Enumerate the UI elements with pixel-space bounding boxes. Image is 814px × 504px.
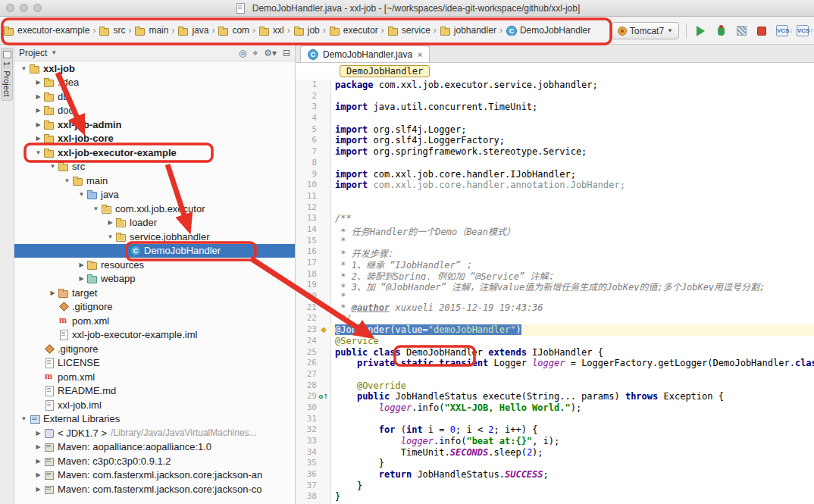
tree-item[interactable]: ▶Maven: aopalliance:aopalliance:1.0 <box>14 440 295 455</box>
code-line[interactable]: 5import org.slf4j.Logger; <box>296 124 814 136</box>
code-line[interactable]: 23◆@JobHander(value="demoJobHandler") <box>296 324 814 336</box>
code-line[interactable]: 2 <box>296 91 814 102</box>
breadcrumb-item[interactable]: main <box>134 25 168 36</box>
code-line[interactable]: 11 <box>296 191 814 202</box>
breadcrumb-item[interactable]: DemoJobHandler <box>506 25 590 36</box>
code-line[interactable]: 8 <box>296 158 814 169</box>
project-stripe-tab[interactable]: 1: Project <box>1 48 13 101</box>
code-line[interactable]: 9import com.xxl.job.core.handler.IJobHan… <box>296 169 814 180</box>
code-line[interactable]: 36 return JobHandleStatus.SUCCESS; <box>296 469 814 481</box>
tree-item[interactable]: ▶webapp <box>14 272 295 286</box>
tree-item[interactable]: ▼java <box>14 188 295 202</box>
code-line[interactable]: 38} <box>296 491 814 502</box>
chevron-right-icon[interactable]: ▶ <box>33 93 43 100</box>
code-line[interactable]: 21 * @author xuxueli 2015-12-19 19:43:36 <box>296 302 814 314</box>
chevron-right-icon[interactable]: ▶ <box>33 458 43 465</box>
code-editor[interactable]: 1package com.xxl.job.executor.service.jo… <box>296 80 814 504</box>
tree-item[interactable]: ▼com.xxl.job.executor <box>14 202 295 216</box>
tree-item[interactable]: pom.xml <box>14 370 295 384</box>
chevron-down-icon[interactable]: ▼ <box>19 65 29 72</box>
code-line[interactable]: 28 @Override <box>296 380 814 392</box>
code-line[interactable]: 37 } <box>296 481 814 492</box>
breadcrumb-item[interactable]: com <box>218 25 249 36</box>
breadcrumb-item[interactable]: job <box>293 25 320 36</box>
tree-item[interactable]: ▶xxl-job-core <box>14 132 295 146</box>
chevron-right-icon[interactable]: ▶ <box>33 430 43 437</box>
code-line[interactable]: 14 * 任务Handler的一个Demo（Bean模式） <box>296 224 814 236</box>
code-line[interactable]: 3import java.util.concurrent.TimeUnit; <box>296 102 814 113</box>
tree-item[interactable]: ▼src <box>14 160 295 174</box>
tree-item[interactable]: ▶Maven: com.fasterxml.jackson.core:jacks… <box>14 482 295 496</box>
chevron-right-icon[interactable]: ▶ <box>77 261 86 268</box>
chevron-down-icon[interactable]: ▼ <box>48 163 58 170</box>
run-button[interactable] <box>693 24 707 38</box>
chevron-down-icon[interactable]: ▼ <box>19 415 29 422</box>
chevron-down-icon[interactable]: ▼ <box>91 205 101 212</box>
code-line[interactable]: 7import org.springframework.stereotype.S… <box>296 146 814 158</box>
code-line[interactable]: 6import org.slf4j.LoggerFactory; <box>296 135 814 146</box>
coverage-button[interactable] <box>734 24 748 38</box>
code-line[interactable]: 29o↑ public JobHandleStatus execute(Stri… <box>296 391 814 402</box>
tree-item[interactable]: README.md <box>14 384 295 399</box>
tree-item[interactable]: ▶loader <box>14 216 295 230</box>
breadcrumb-item[interactable]: src <box>99 25 125 36</box>
vcs-update-button[interactable]: VCS↓ <box>775 24 789 38</box>
code-line[interactable]: 22 */ <box>296 313 814 324</box>
locate-icon[interactable]: ⌖ <box>252 48 258 58</box>
code-line[interactable]: 35 } <box>296 458 814 469</box>
code-line[interactable]: 19 * 3、加 “@JobHander” 注解，注解value值为新增任务生成… <box>296 280 814 291</box>
code-line[interactable]: 16 * 开发步骤： <box>296 246 814 258</box>
vcs-commit-button[interactable]: VCS↑ <box>796 24 809 38</box>
chevron-right-icon[interactable]: ▶ <box>77 275 86 282</box>
code-line[interactable]: 1package com.xxl.job.executor.service.jo… <box>296 80 814 91</box>
debug-button[interactable] <box>714 24 728 38</box>
chevron-right-icon[interactable]: ▶ <box>105 219 115 226</box>
code-line[interactable]: 33 logger.info("beat at:{}", i); <box>296 436 814 447</box>
tree-item[interactable]: .gitignore <box>14 342 295 356</box>
run-configuration-select[interactable]: Tomcat7 ▼ <box>612 22 679 39</box>
chevron-down-icon[interactable]: ▼ <box>62 177 72 184</box>
breadcrumb-item[interactable]: jobhandler <box>440 25 496 36</box>
hide-panel-icon[interactable]: ⊟ <box>283 48 290 58</box>
tree-item[interactable]: ▶db <box>14 89 295 104</box>
code-line[interactable]: 17 * 1、继承 “IJobHandler” ； <box>296 258 814 269</box>
code-line[interactable]: 18 * 2、装配到Spring, 例如加 “@Service” 注解； <box>296 269 814 280</box>
code-line[interactable]: 27 <box>296 369 814 380</box>
tree-item[interactable]: DemoJobHandler <box>14 244 295 258</box>
project-panel-title[interactable]: Project <box>19 48 47 58</box>
code-line[interactable]: 13/** <box>296 213 814 224</box>
code-line[interactable]: 25public class DemoJobHandler extends IJ… <box>296 347 814 358</box>
tree-item[interactable]: .gitignore <box>14 300 295 315</box>
tree-item[interactable]: ▶< JDK1.7 >/Library/Java/JavaVirtualMach… <box>14 426 295 440</box>
editor-tab[interactable]: DemoJobHandler.java × <box>300 45 430 62</box>
code-line[interactable]: 4 <box>296 113 814 124</box>
tree-item[interactable]: ▶doc <box>14 104 295 118</box>
chevron-down-icon[interactable]: ▼ <box>105 233 115 240</box>
breadcrumb-item[interactable]: executor-example <box>3 25 89 36</box>
override-gutter-icon[interactable]: o↑ <box>317 391 330 402</box>
tree-item[interactable]: ▼External Libraries <box>14 412 295 427</box>
chevron-right-icon[interactable]: ▶ <box>33 471 43 478</box>
gear-icon[interactable]: ⚙▾ <box>264 48 277 58</box>
breadcrumb-item[interactable]: executor <box>329 25 378 36</box>
close-tab-icon[interactable]: × <box>418 50 422 59</box>
code-line[interactable]: 20 * <box>296 291 814 302</box>
tree-item[interactable]: ▶Maven: com.fasterxml.jackson.core:jacks… <box>14 468 295 483</box>
tree-item[interactable]: pom.xml <box>14 314 295 328</box>
tree-item[interactable]: ▼main <box>14 174 295 188</box>
tree-item[interactable]: ▼xxl-job-executor-example <box>14 146 295 160</box>
tree-item[interactable]: LICENSE <box>14 356 295 371</box>
code-line[interactable]: 10import com.xxl.job.core.handler.annota… <box>296 180 814 191</box>
breadcrumb-item[interactable]: service <box>387 25 430 36</box>
tree-item[interactable]: xxl-job-executor-example.iml <box>14 328 295 343</box>
bookmark-gutter-icon[interactable]: ◆ <box>317 324 330 336</box>
scroll-from-source-icon[interactable]: ◎ <box>239 48 246 58</box>
chevron-right-icon[interactable]: ▶ <box>33 121 43 128</box>
code-line[interactable]: 31 <box>296 414 814 425</box>
chevron-right-icon[interactable]: ▶ <box>33 79 43 86</box>
tree-item[interactable]: ▶Maven: c3p0:c3p0:0.9.1.2 <box>14 454 295 468</box>
tree-item[interactable]: ▼xxl-job <box>14 61 295 76</box>
tree-item[interactable]: ▶.idea <box>14 76 295 90</box>
tree-item[interactable]: xxl-job.iml <box>14 398 295 412</box>
code-line[interactable]: 12 <box>296 202 814 214</box>
